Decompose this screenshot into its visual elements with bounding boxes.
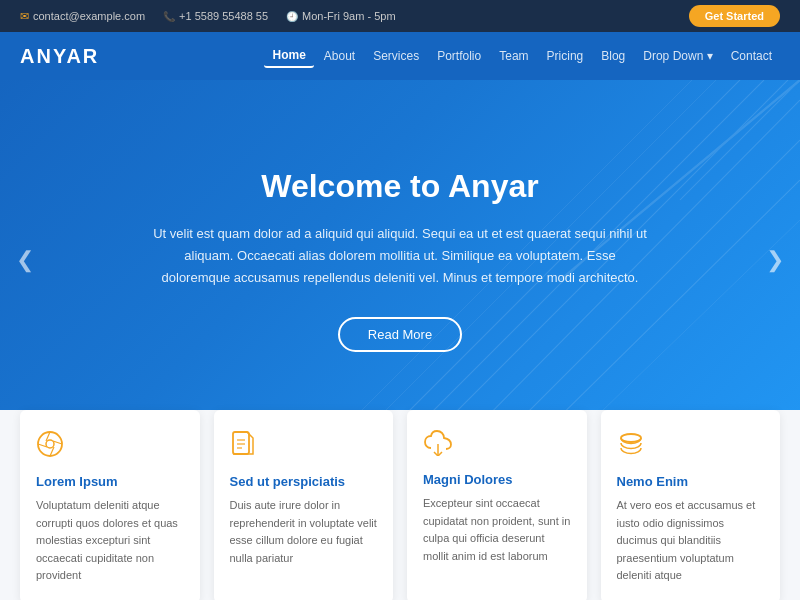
nav-blog[interactable]: Blog <box>593 45 633 67</box>
hero-title: Welcome to Anyar <box>150 168 650 205</box>
card-4-icon <box>617 430 765 464</box>
hero-section: ❮ Welcome to Anyar Ut velit est quam dol… <box>0 80 800 440</box>
svg-point-23 <box>621 434 641 442</box>
cards-section: Lorem Ipsum Voluptatum deleniti atque co… <box>0 410 800 600</box>
nav-services[interactable]: Services <box>365 45 427 67</box>
card-2-text: Duis aute irure dolor in reprehenderit i… <box>230 497 378 567</box>
topbar-right: Get Started <box>689 5 780 27</box>
svg-point-13 <box>46 440 54 448</box>
topbar-email: contact@example.com <box>20 10 145 23</box>
card-3-text: Excepteur sint occaecat cupidatat non pr… <box>423 495 571 565</box>
card-2: Sed ut perspiciatis Duis aute irure dolo… <box>214 410 394 600</box>
hero-arrow-left[interactable]: ❮ <box>16 247 34 273</box>
topbar: contact@example.com +1 5589 55488 55 Mon… <box>0 0 800 32</box>
topbar-phone: +1 5589 55488 55 <box>163 10 268 22</box>
cards-grid: Lorem Ipsum Voluptatum deleniti atque co… <box>20 410 780 600</box>
get-started-button[interactable]: Get Started <box>689 5 780 27</box>
main-nav: Home About Services Portfolio Team Prici… <box>264 44 780 68</box>
card-3: Magni Dolores Excepteur sint occaecat cu… <box>407 410 587 600</box>
clock-icon <box>286 11 298 22</box>
topbar-left: contact@example.com +1 5589 55488 55 Mon… <box>20 10 396 23</box>
topbar-hours: Mon-Fri 9am - 5pm <box>286 10 396 22</box>
svg-point-12 <box>38 432 62 456</box>
nav-home[interactable]: Home <box>264 44 313 68</box>
nav-about[interactable]: About <box>316 45 363 67</box>
card-1: Lorem Ipsum Voluptatum deleniti atque co… <box>20 410 200 600</box>
card-1-icon <box>36 430 184 464</box>
nav-pricing[interactable]: Pricing <box>539 45 592 67</box>
card-1-title: Lorem Ipsum <box>36 474 184 489</box>
header: ANYAR Home About Services Portfolio Team… <box>0 32 800 80</box>
card-1-text: Voluptatum deleniti atque corrupti quos … <box>36 497 184 585</box>
hero-description: Ut velit est quam dolor ad a aliquid qui… <box>150 223 650 289</box>
svg-rect-18 <box>233 432 249 454</box>
hero-arrow-right[interactable]: ❯ <box>766 247 784 273</box>
phone-icon <box>163 11 175 22</box>
card-3-icon <box>423 430 571 462</box>
nav-portfolio[interactable]: Portfolio <box>429 45 489 67</box>
read-more-button[interactable]: Read More <box>338 317 462 352</box>
card-4-title: Nemo Enim <box>617 474 765 489</box>
nav-team[interactable]: Team <box>491 45 536 67</box>
card-4: Nemo Enim At vero eos et accusamus et iu… <box>601 410 781 600</box>
card-2-title: Sed ut perspiciatis <box>230 474 378 489</box>
card-2-icon <box>230 430 378 464</box>
card-4-text: At vero eos et accusamus et iusto odio d… <box>617 497 765 585</box>
card-3-title: Magni Dolores <box>423 472 571 487</box>
hero-content: Welcome to Anyar Ut velit est quam dolor… <box>110 168 690 352</box>
mail-icon <box>20 10 29 23</box>
nav-contact[interactable]: Contact <box>723 45 780 67</box>
nav-dropdown[interactable]: Drop Down ▾ <box>635 45 720 67</box>
logo: ANYAR <box>20 45 99 68</box>
